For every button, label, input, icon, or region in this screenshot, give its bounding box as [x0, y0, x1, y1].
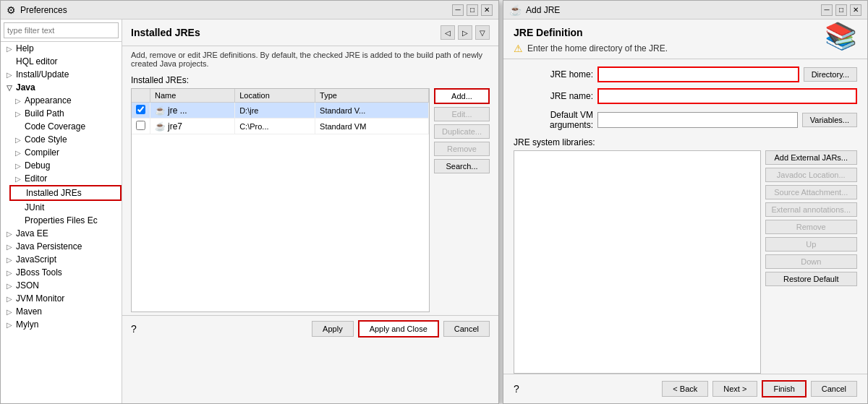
search-button[interactable]: Search...: [434, 159, 490, 173]
addjre-maximize-button[interactable]: □: [835, 4, 847, 16]
navigation-buttons: ◁ ▷ ▽: [441, 25, 490, 40]
filter-input[interactable]: [4, 22, 119, 38]
syslibs-list: [514, 150, 761, 374]
row2-check[interactable]: [132, 119, 150, 134]
back-button[interactable]: < Back: [662, 381, 708, 397]
help-icon[interactable]: ?: [131, 323, 137, 335]
expander-java-persistence: ▷: [7, 243, 14, 251]
add-jre-icon: ☕: [509, 4, 522, 16]
default-vm-row: Default VM arguments: Variables...: [514, 110, 857, 130]
edit-button[interactable]: Edit...: [434, 107, 490, 121]
source-attachment-button[interactable]: Source Attachment...: [765, 185, 857, 199]
table-row[interactable]: ☕ jre ... D:\jre Standard V...: [132, 103, 428, 119]
preferences-body: ▷ Help HQL editor ▷ Install/Update ▽ Jav…: [1, 20, 498, 403]
col-name: Name: [150, 89, 235, 103]
forward-nav-button[interactable]: ▷: [458, 25, 472, 40]
jre-form: JRE home: Directory... JRE name: Default…: [503, 59, 867, 137]
java-children: ▷ Appearance ▷ Build Path Code Coverage …: [1, 94, 122, 227]
sidebar-item-appearance[interactable]: ▷ Appearance: [9, 94, 122, 107]
table-row[interactable]: ☕ jre7 C:\Pro... Standard VM: [132, 119, 428, 134]
jre2-checkbox[interactable]: [136, 121, 145, 130]
row1-check[interactable]: [132, 103, 150, 119]
jre-home-input[interactable]: [597, 66, 799, 82]
jre2-name-cell: ☕ jre7: [155, 121, 230, 132]
maximize-button[interactable]: □: [467, 4, 478, 16]
sidebar-item-installed-jres[interactable]: Installed JREs: [9, 185, 122, 201]
sidebar-item-editor[interactable]: ▷ Editor: [9, 172, 122, 185]
expander-debug: ▷: [15, 162, 22, 170]
main-content: Installed JREs ◁ ▷ ▽ Add, remove or edit…: [122, 20, 498, 403]
apply-close-button[interactable]: Apply and Close: [358, 320, 439, 338]
add-jre-header: JRE Definition ⚠ Enter the home director…: [503, 20, 867, 59]
remove-button[interactable]: Remove: [434, 142, 490, 156]
sidebar-item-properties-files[interactable]: Properties Files Ec: [9, 214, 122, 227]
back-nav-button[interactable]: ◁: [441, 25, 455, 40]
sidebar-item-build-path[interactable]: ▷ Build Path: [9, 107, 122, 120]
directory-button[interactable]: Directory...: [804, 67, 857, 82]
sidebar-item-debug[interactable]: ▷ Debug: [9, 159, 122, 172]
tree-area: ▷ Help HQL editor ▷ Install/Update ▽ Jav…: [1, 42, 122, 403]
sidebar-item-json[interactable]: ▷ JSON: [1, 279, 122, 292]
row1-name: ☕ jre ...: [150, 103, 235, 119]
add-external-jars-button[interactable]: Add External JARs...: [765, 150, 857, 165]
add-jre-title-text: Add JRE: [526, 5, 560, 15]
sidebar-item-code-coverage[interactable]: Code Coverage: [9, 120, 122, 133]
expander-jvm: ▷: [7, 295, 14, 303]
system-libraries-section: JRE system libraries: Add External JARs.…: [503, 137, 867, 374]
external-annotations-button[interactable]: External annotations...: [765, 202, 857, 217]
sidebar-item-java[interactable]: ▽ Java: [1, 81, 122, 94]
javadoc-location-button[interactable]: Javadoc Location...: [765, 168, 857, 182]
duplicate-button[interactable]: Duplicate...: [434, 124, 490, 139]
restore-default-button[interactable]: Restore Default: [765, 272, 857, 286]
add-jre-body: JRE Definition ⚠ Enter the home director…: [503, 20, 867, 403]
sidebar-item-mylyn[interactable]: ▷ Mylyn: [1, 318, 122, 331]
preferences-titlebar: ⚙ Preferences ─ □ ✕: [1, 1, 498, 20]
syslibs-buttons: Add External JARs... Javadoc Location...…: [765, 150, 857, 374]
minimize-button[interactable]: ─: [452, 4, 464, 16]
addjre-help-icon[interactable]: ?: [514, 383, 519, 395]
next-button[interactable]: Next >: [712, 381, 757, 397]
sidebar-item-install-update[interactable]: ▷ Install/Update: [1, 68, 122, 81]
sidebar-item-maven[interactable]: ▷ Maven: [1, 305, 122, 318]
default-vm-input[interactable]: [597, 112, 798, 128]
default-vm-label: Default VM arguments:: [514, 110, 593, 130]
row1-type: Standard V...: [315, 103, 429, 119]
sidebar-item-jboss-tools[interactable]: ▷ JBoss Tools: [1, 266, 122, 279]
nav-arrow-button[interactable]: ▽: [475, 25, 490, 40]
jre1-name-cell: ☕ jre ...: [155, 106, 230, 116]
window-controls: ─ □ ✕: [452, 4, 493, 16]
syslibs-down-button[interactable]: Down: [765, 254, 857, 269]
addjre-cancel-button[interactable]: Cancel: [811, 381, 857, 397]
page-title: Installed JREs: [131, 27, 200, 38]
add-button[interactable]: Add...: [434, 88, 490, 104]
apply-button[interactable]: Apply: [312, 321, 354, 337]
sidebar-item-junit[interactable]: JUnit: [9, 201, 122, 214]
sidebar-item-jvm-monitor[interactable]: ▷ JVM Monitor: [1, 292, 122, 305]
jre-icon: ☕: [155, 106, 166, 116]
table-section: Installed JREs: Name Location Type: [122, 72, 498, 315]
sidebar-item-code-style[interactable]: ▷ Code Style: [9, 133, 122, 146]
jre-name-input[interactable]: [597, 88, 857, 104]
cancel-button[interactable]: Cancel: [443, 321, 490, 337]
close-button[interactable]: ✕: [481, 4, 493, 16]
jre-home-label: JRE home:: [514, 69, 593, 79]
add-jre-bottom: ? < Back Next > Finish Cancel: [503, 374, 867, 403]
sidebar-item-compiler[interactable]: ▷ Compiler: [9, 146, 122, 159]
sidebar: ▷ Help HQL editor ▷ Install/Update ▽ Jav…: [1, 20, 122, 403]
addjre-close-button[interactable]: ✕: [850, 4, 861, 16]
variables-button[interactable]: Variables...: [802, 113, 857, 127]
sidebar-item-java-persistence[interactable]: ▷ Java Persistence: [1, 240, 122, 253]
jre1-checkbox[interactable]: [136, 105, 145, 114]
sidebar-item-java-ee[interactable]: ▷ Java EE: [1, 227, 122, 240]
sidebar-item-javascript[interactable]: ▷ JavaScript: [1, 253, 122, 266]
expander-maven: ▷: [7, 308, 14, 316]
sidebar-item-hql-editor[interactable]: HQL editor: [1, 55, 122, 68]
expander-editor: ▷: [15, 175, 22, 183]
finish-button[interactable]: Finish: [762, 380, 806, 397]
addjre-title-left: ☕ Add JRE: [509, 4, 560, 16]
syslibs-up-button[interactable]: Up: [765, 237, 857, 252]
syslibs-remove-button[interactable]: Remove: [765, 220, 857, 234]
expander-compiler: ▷: [15, 149, 22, 157]
addjre-minimize-button[interactable]: ─: [821, 4, 833, 16]
sidebar-item-help[interactable]: ▷ Help: [1, 42, 122, 55]
